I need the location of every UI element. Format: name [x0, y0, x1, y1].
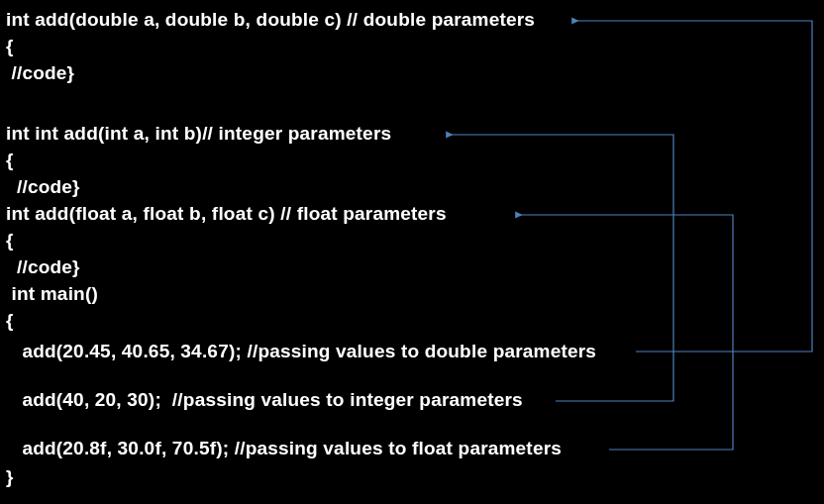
code-line-double-decl: int add(double a, double b, double c) //…: [6, 9, 535, 31]
code-line-body: //code}: [6, 62, 74, 84]
arrow-float: [520, 215, 733, 450]
code-line-brace: {: [6, 230, 14, 252]
code-line-body: //code}: [6, 176, 80, 198]
arrows-layer: [0, 0, 824, 504]
code-line-int-decl: int int add(int a, int b)// integer para…: [6, 123, 391, 145]
code-line-brace: {: [6, 310, 14, 332]
arrow-double: [576, 21, 812, 352]
code-line-main-decl: int main(): [6, 283, 98, 305]
code-line-brace: }: [6, 466, 14, 488]
code-line-call-float: add(20.8f, 30.0f, 70.5f); //passing valu…: [6, 438, 562, 459]
code-line-float-decl: int add(float a, float b, float c) // fl…: [6, 203, 447, 225]
code-line-brace: {: [6, 150, 14, 171]
code-line-call-int: add(40, 20, 30); //passing values to int…: [6, 389, 523, 411]
code-line-body: //code}: [6, 256, 80, 278]
code-line-call-double: add(20.45, 40.65, 34.67); //passing valu…: [6, 341, 596, 362]
code-line-brace: {: [6, 36, 14, 57]
